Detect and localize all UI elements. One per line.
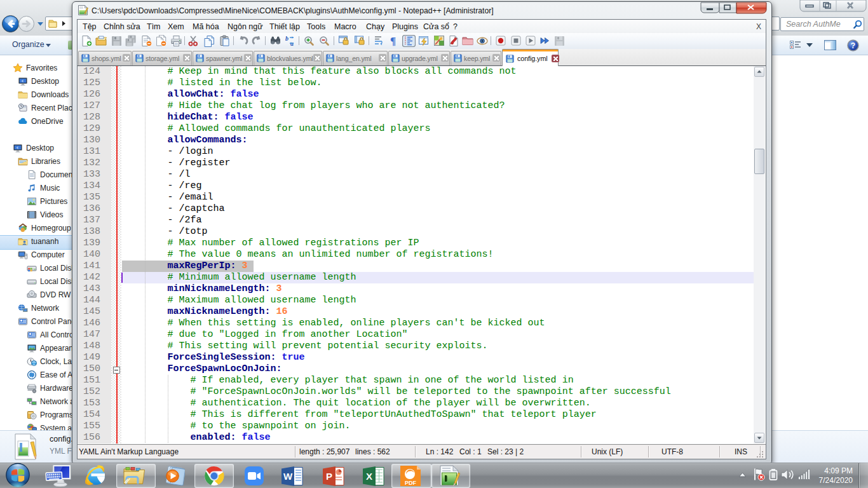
svg-text:?: ? xyxy=(851,41,855,50)
svg-text:X: X xyxy=(366,471,372,482)
svg-text:W: W xyxy=(283,471,293,482)
svg-text:P: P xyxy=(326,471,332,482)
svg-text:PDF: PDF xyxy=(405,480,417,486)
svg-text:b: b xyxy=(285,35,288,42)
svg-text:¶: ¶ xyxy=(390,35,396,47)
